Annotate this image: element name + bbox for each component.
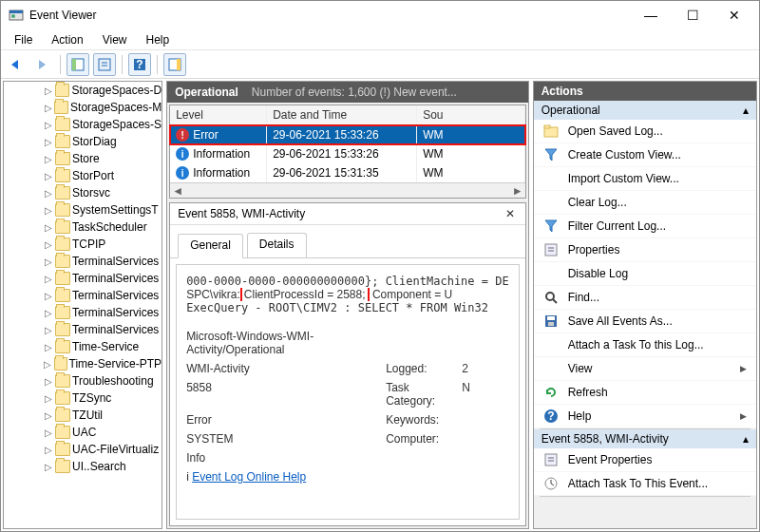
action-item[interactable]: Open Saved Log... (534, 120, 756, 143)
tree-item[interactable]: ▷ TerminalServices (4, 253, 162, 270)
event-row[interactable]: iInformation 29-06-2021 15:33:26 WM (170, 144, 525, 163)
expand-icon[interactable]: ▷ (44, 445, 53, 455)
action-item[interactable]: Save All Events As... (534, 310, 756, 333)
event-row[interactable]: !Error 29-06-2021 15:33:26 WM (170, 125, 525, 144)
actions-section-header[interactable]: Event 5858, WMI-Activity▴ (534, 429, 756, 448)
close-button[interactable]: ✕ (713, 2, 755, 28)
action-item[interactable]: Event Properties (534, 448, 756, 472)
action-item[interactable]: Properties (534, 238, 756, 262)
detail-field-row: Microsoft-Windows-WMI-Activity/Operation… (186, 330, 509, 356)
detail-close-button[interactable]: ✕ (503, 207, 518, 220)
show-tree-button[interactable] (66, 53, 89, 76)
scroll-right-icon[interactable]: ► (510, 183, 525, 199)
maximize-button[interactable]: ☐ (672, 2, 713, 28)
expand-icon[interactable]: ▷ (44, 205, 53, 216)
menu-view[interactable]: View (93, 31, 137, 48)
column-level[interactable]: Level (170, 105, 267, 124)
event-log-online-help-link[interactable]: Event Log Online Help (192, 470, 306, 484)
action-item[interactable]: Refresh (534, 381, 756, 405)
tree-item[interactable]: ▷ Troubleshooting (4, 372, 162, 390)
expand-icon[interactable]: ▷ (44, 188, 53, 199)
event-level: Error (193, 128, 218, 142)
tree-item[interactable]: ▷ Time-Service (4, 338, 162, 355)
actions-section-header[interactable]: Operational▴ (534, 101, 756, 120)
folder-icon (55, 169, 70, 182)
collapse-icon[interactable]: ▴ (735, 432, 749, 446)
tree-item[interactable]: ▷ Storsvc (4, 184, 162, 201)
expand-icon[interactable]: ▷ (44, 256, 53, 267)
expand-icon[interactable]: ▷ (44, 86, 53, 96)
expand-icon[interactable]: ▷ (44, 393, 53, 404)
action-item[interactable]: Attach a Task To this Log... (534, 333, 756, 357)
expand-icon[interactable]: ▷ (44, 120, 53, 130)
back-button[interactable] (5, 53, 28, 76)
tree-item[interactable]: ▷ TerminalServices (4, 287, 162, 304)
tree-item[interactable]: ▷ TerminalServices (4, 270, 162, 287)
tree-item[interactable]: ▷ SystemSettingsT (4, 201, 162, 218)
action-item[interactable]: View ▶ (534, 357, 756, 381)
expand-icon[interactable]: ▷ (44, 103, 52, 113)
properties-toolbar-button[interactable] (93, 53, 116, 76)
events-grid[interactable]: Level Date and Time Sou !Error 29-06-202… (169, 104, 526, 199)
minimize-button[interactable]: — (630, 2, 672, 28)
action-item[interactable]: Find... (534, 286, 756, 310)
menu-action[interactable]: Action (42, 31, 92, 48)
expand-icon[interactable]: ▷ (44, 171, 53, 181)
forward-button[interactable] (31, 53, 54, 76)
tree-item[interactable]: ▷ StorageSpaces-M (4, 99, 162, 116)
collapse-icon[interactable]: ▴ (735, 104, 749, 117)
tree-item[interactable]: ▷ UAC (4, 424, 162, 441)
tree-item[interactable]: ▷ TCPIP (4, 236, 162, 253)
tree-item[interactable]: ▷ StorDiag (4, 133, 162, 150)
action-item[interactable]: Clear Log... (534, 191, 756, 215)
folder-icon (55, 460, 70, 473)
tree-item[interactable]: ▷ UI..Search (4, 458, 162, 475)
expand-icon[interactable]: ▷ (44, 291, 53, 301)
tree-item[interactable]: ▷ TZUtil (4, 407, 162, 424)
expand-icon[interactable]: ▷ (44, 325, 53, 335)
tree-item[interactable]: ▷ StorageSpaces-D (4, 82, 162, 99)
folder-icon (55, 135, 70, 148)
column-source[interactable]: Sou (417, 105, 525, 124)
expand-icon[interactable]: ▷ (44, 410, 53, 421)
expand-icon[interactable]: ▷ (44, 222, 53, 233)
tree-item[interactable]: ▷ TZSync (4, 390, 162, 407)
expand-icon[interactable]: ▷ (44, 376, 53, 387)
tree-item[interactable]: ▷ Time-Service-PTP (4, 355, 162, 372)
expand-icon[interactable]: ▷ (44, 137, 53, 147)
tree-item[interactable]: ▷ UAC-FileVirtualiz (4, 441, 162, 458)
expand-icon[interactable]: ▷ (44, 342, 53, 352)
help-toolbar-button[interactable]: ? (128, 53, 151, 76)
expand-icon[interactable]: ▷ (44, 308, 53, 318)
action-item[interactable]: Filter Current Log... (534, 215, 756, 238)
tree-item[interactable]: ▷ Store (4, 150, 162, 167)
grid-horizontal-scrollbar[interactable]: ◄ ► (170, 182, 525, 198)
action-item[interactable]: Create Custom View... (534, 143, 756, 167)
expand-icon[interactable]: ▷ (44, 462, 53, 472)
tree-item[interactable]: ▷ StorageSpaces-S (4, 116, 162, 133)
column-date[interactable]: Date and Time (267, 105, 417, 124)
menu-file[interactable]: File (5, 31, 42, 48)
tree-item[interactable]: ▷ TerminalServices (4, 304, 162, 321)
action-item[interactable]: Disable Log (534, 262, 756, 286)
action-item[interactable]: Attach Task To This Event... (534, 472, 756, 496)
action-pane-toggle[interactable] (163, 53, 186, 76)
title-bar: Event Viewer — ☐ ✕ (1, 1, 759, 29)
tab-general[interactable]: General (178, 234, 243, 258)
tree-item[interactable]: ▷ StorPort (4, 167, 162, 184)
action-item[interactable]: ? Help ▶ (534, 405, 756, 428)
tree-item[interactable]: ▷ TerminalServices (4, 321, 162, 338)
scroll-left-icon[interactable]: ◄ (170, 183, 185, 199)
tab-details[interactable]: Details (247, 233, 307, 257)
tree-item[interactable]: ▷ TaskScheduler (4, 218, 162, 236)
event-row[interactable]: iInformation 29-06-2021 15:31:35 WM (170, 163, 525, 182)
action-label: Open Saved Log... (568, 124, 726, 138)
expand-icon[interactable]: ▷ (44, 359, 52, 370)
expand-icon[interactable]: ▷ (44, 239, 53, 250)
expand-icon[interactable]: ▷ (44, 154, 53, 164)
expand-icon[interactable]: ▷ (44, 428, 53, 438)
event-level: Information (193, 166, 250, 180)
menu-help[interactable]: Help (137, 31, 180, 48)
expand-icon[interactable]: ▷ (44, 274, 53, 284)
action-item[interactable]: Import Custom View... (534, 167, 756, 191)
